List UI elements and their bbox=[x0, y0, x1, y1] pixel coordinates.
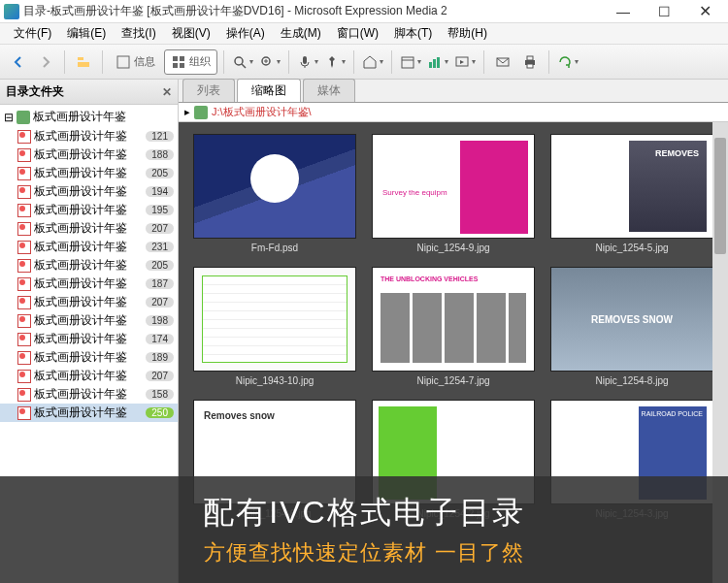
view-tab[interactable]: 列表 bbox=[182, 79, 235, 102]
print-button[interactable] bbox=[517, 49, 543, 75]
toolbar: 信息 组织 ▾ ▾ ▾ ▾ ▾ ▾ ▾ ▾ ▾ bbox=[0, 45, 728, 80]
menu-item[interactable]: 文件(F) bbox=[6, 23, 59, 44]
forward-button[interactable] bbox=[33, 49, 58, 75]
thumbnail-item[interactable]: Nipic_1254-9.jpg bbox=[369, 134, 538, 253]
menu-item[interactable]: 编辑(E) bbox=[59, 23, 114, 44]
tree-item[interactable]: 板式画册设计年鉴195 bbox=[0, 201, 178, 219]
thumbnail-item[interactable]: Fm-Fd.psd bbox=[190, 134, 359, 253]
zoom-button[interactable]: ▾ bbox=[257, 49, 282, 75]
tree-item-label: 板式画册设计年鉴 bbox=[34, 331, 127, 347]
tree-item[interactable]: 板式画册设计年鉴158 bbox=[0, 385, 178, 404]
count-badge: 231 bbox=[146, 242, 174, 252]
tree-item-label: 板式画册设计年鉴 bbox=[34, 257, 127, 274]
count-badge: 189 bbox=[146, 352, 174, 363]
view-tab[interactable]: 媒体 bbox=[303, 79, 355, 102]
menu-item[interactable]: 窗口(W) bbox=[329, 23, 386, 44]
thumbnail-label: Nipic_1254-7.jpg bbox=[416, 375, 489, 386]
view-tab[interactable]: 缩略图 bbox=[237, 79, 301, 102]
tree-item-label: 板式画册设计年鉴 bbox=[34, 239, 127, 255]
document-icon bbox=[17, 388, 31, 402]
count-badge: 121 bbox=[146, 131, 174, 142]
minimize-button[interactable]: — bbox=[604, 1, 643, 22]
promo-overlay: 配有IVC格式电子目录 方便查找快速定位素材 一目了然 bbox=[0, 476, 728, 583]
refresh-button[interactable]: ▾ bbox=[555, 49, 580, 75]
count-badge: 207 bbox=[146, 297, 174, 308]
tree-item[interactable]: 板式画册设计年鉴207 bbox=[0, 219, 178, 238]
sidebar-close-icon[interactable]: ✕ bbox=[162, 85, 172, 99]
tree-item-label: 板式画册设计年鉴 bbox=[34, 386, 127, 403]
menu-item[interactable]: 脚本(T) bbox=[386, 23, 440, 44]
tree-item-label: 板式画册设计年鉴 bbox=[34, 368, 127, 384]
thumbnail-image[interactable] bbox=[372, 267, 535, 372]
search-button[interactable]: ▾ bbox=[230, 49, 255, 75]
tree-item-label: 板式画册设计年鉴 bbox=[34, 128, 127, 145]
tree-item[interactable]: 板式画册设计年鉴207 bbox=[0, 293, 178, 311]
menu-item[interactable]: 生成(M) bbox=[273, 23, 329, 44]
count-badge: 188 bbox=[146, 149, 174, 160]
microphone-button[interactable]: ▾ bbox=[295, 49, 320, 75]
tree-item[interactable]: 板式画册设计年鉴205 bbox=[0, 164, 178, 182]
slideshow-button[interactable]: ▾ bbox=[452, 49, 478, 75]
mail-button[interactable] bbox=[490, 49, 515, 75]
thumbnail-image[interactable] bbox=[372, 134, 535, 239]
svg-rect-5 bbox=[173, 63, 178, 68]
calendar-button[interactable]: ▾ bbox=[398, 49, 423, 75]
tree-item[interactable]: 板式画册设计年鉴189 bbox=[0, 348, 178, 367]
svg-rect-6 bbox=[180, 63, 184, 68]
organize-button[interactable]: 组织 bbox=[164, 49, 217, 75]
info-button[interactable]: 信息 bbox=[109, 49, 162, 75]
collapse-icon[interactable]: ⊟ bbox=[4, 111, 14, 124]
current-path[interactable]: J:\板式画册设计年鉴\ bbox=[212, 105, 312, 119]
menu-item[interactable]: 帮助(H) bbox=[440, 23, 495, 44]
svg-rect-4 bbox=[180, 56, 184, 61]
close-button[interactable]: ✕ bbox=[685, 1, 724, 22]
tree-item-label: 板式画册设计年鉴 bbox=[34, 220, 127, 237]
home-button[interactable]: ▾ bbox=[360, 49, 385, 75]
menu-item[interactable]: 查找(I) bbox=[114, 23, 163, 44]
app-icon bbox=[4, 4, 19, 19]
svg-rect-10 bbox=[402, 57, 414, 68]
sidebar-header: 目录文件夹 ✕ bbox=[0, 80, 178, 105]
thumbnail-item[interactable]: Nipic_1254-5.jpg bbox=[547, 134, 716, 253]
thumbnail-item[interactable]: Nipic_1254-7.jpg bbox=[369, 267, 538, 386]
thumbnail-item[interactable]: Nipic_1943-10.jpg bbox=[190, 267, 359, 386]
thumbnail-item[interactable]: Nipic_1254-8.jpg bbox=[547, 267, 716, 386]
folder-tree-button[interactable] bbox=[71, 49, 96, 75]
overlay-line2: 方便查找快速定位素材 一目了然 bbox=[204, 538, 523, 567]
tree-item[interactable]: 板式画册设计年鉴205 bbox=[0, 256, 178, 275]
tree-item-label: 板式画册设计年鉴 bbox=[34, 294, 127, 310]
tree-item[interactable]: 板式画册设计年鉴194 bbox=[0, 182, 178, 201]
scrollbar-thumb[interactable] bbox=[714, 138, 726, 254]
svg-rect-18 bbox=[527, 64, 533, 68]
document-icon bbox=[17, 167, 31, 180]
thumbnail-image[interactable] bbox=[193, 267, 356, 372]
path-nav-icon[interactable]: ▸ bbox=[184, 106, 190, 118]
menu-item[interactable]: 视图(V) bbox=[164, 23, 218, 44]
thumbnail-label: Nipic_1254-5.jpg bbox=[595, 243, 668, 253]
tree-item[interactable]: 板式画册设计年鉴250 bbox=[0, 404, 178, 422]
tree-item[interactable]: 板式画册设计年鉴188 bbox=[0, 146, 178, 164]
back-button[interactable] bbox=[6, 49, 31, 75]
tree-item[interactable]: 板式画册设计年鉴174 bbox=[0, 330, 178, 348]
pin-button[interactable]: ▾ bbox=[322, 49, 347, 75]
thumbnail-image[interactable] bbox=[550, 267, 713, 372]
svg-point-7 bbox=[235, 57, 243, 65]
thumbnail-image[interactable] bbox=[550, 134, 713, 239]
tree-item[interactable]: 板式画册设计年鉴207 bbox=[0, 367, 178, 385]
tree-item[interactable]: 板式画册设计年鉴231 bbox=[0, 238, 178, 256]
chart-button[interactable]: ▾ bbox=[425, 49, 450, 75]
thumbnail-label: Nipic_1254-8.jpg bbox=[595, 375, 668, 386]
count-badge: 250 bbox=[146, 407, 174, 418]
menu-item[interactable]: 操作(A) bbox=[218, 23, 273, 44]
maximize-button[interactable]: ☐ bbox=[645, 1, 683, 22]
drive-icon bbox=[194, 106, 208, 119]
tree-item[interactable]: 板式画册设计年鉴187 bbox=[0, 275, 178, 293]
thumbnail-label: Nipic_1943-10.jpg bbox=[236, 375, 314, 386]
thumbnail-image[interactable] bbox=[193, 134, 356, 239]
disk-icon bbox=[17, 111, 30, 124]
tree-root[interactable]: ⊟ 板式画册设计年鉴 bbox=[0, 107, 178, 127]
tree-item[interactable]: 板式画册设计年鉴198 bbox=[0, 311, 178, 330]
tree-item[interactable]: 板式画册设计年鉴121 bbox=[0, 127, 178, 146]
tree-item-label: 板式画册设计年鉴 bbox=[34, 146, 127, 163]
count-badge: 205 bbox=[146, 260, 174, 271]
